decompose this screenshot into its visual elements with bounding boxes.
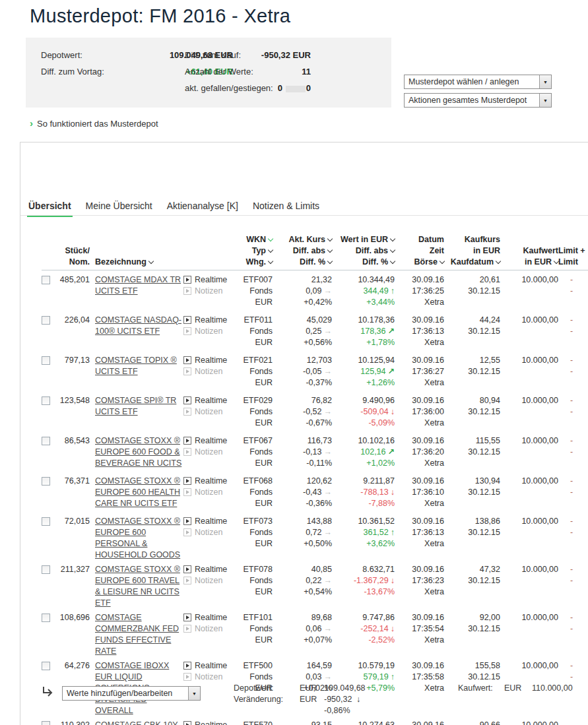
dropdown-arrow-icon[interactable]: ▼ xyxy=(539,94,551,107)
footer-veraenderung-currency: EUR xyxy=(300,695,317,704)
column-header-label: in EUR xyxy=(525,257,552,267)
realtime-link[interactable]: Realtime xyxy=(183,274,232,286)
wert-value: 9.211,87 xyxy=(332,476,395,487)
notizen-link[interactable]: Notizen xyxy=(183,623,232,635)
wert-value: 9.490,96 xyxy=(332,395,395,406)
kaufwert-value: 10.000,00 xyxy=(500,612,558,657)
position-name-link[interactable]: COMSTAGE NASDAQ-100® UCITS ETF xyxy=(95,315,181,336)
row-checkbox[interactable] xyxy=(42,614,50,622)
boerse-value: Xetra xyxy=(395,586,444,598)
realtime-link[interactable]: Realtime xyxy=(183,564,232,575)
limit-minus-value: - xyxy=(570,326,588,337)
column-header[interactable]: Wert in EURDiff. absDiff. % xyxy=(332,234,395,268)
position-name-link[interactable]: COMSTAGE COMMERZBANK FED FUNDS EFFECTIVE… xyxy=(95,613,179,656)
column-header[interactable]: DatumZeitBörse xyxy=(395,234,444,268)
realtime-link[interactable]: Realtime xyxy=(183,315,232,326)
notizen-link[interactable]: Notizen xyxy=(183,326,232,337)
tab-notizen-limits[interactable]: Notizen & Limits xyxy=(251,198,321,216)
wkn-value: ETF067 xyxy=(232,435,273,447)
row-checkbox[interactable] xyxy=(42,721,50,725)
tab-meine-übersicht[interactable]: Meine Übersicht xyxy=(84,198,154,216)
kaufkurs-cell: 138,8630.12.15 xyxy=(444,516,500,561)
depotwert-label: Depotwert: xyxy=(41,50,82,60)
wert-diff-percent: +3,44% xyxy=(332,297,395,308)
kurs-diff-value: 0,22 xyxy=(306,576,321,585)
tab-aktienanalyse-k-[interactable]: Aktienanalyse [K] xyxy=(166,198,240,216)
row-checkbox[interactable] xyxy=(42,276,50,284)
column-header[interactable]: Akt. KursDiff. absDiff. % xyxy=(273,234,332,268)
notizen-link[interactable]: Notizen xyxy=(183,406,232,418)
footer-kaufwert-value: 110.000,00 xyxy=(532,683,573,693)
wert-value: 8.632,71 xyxy=(332,564,395,575)
position-name-link[interactable]: COMSTAGE CBK 10Y US-TREASURY FUTURE TR U… xyxy=(95,720,178,725)
realtime-link[interactable]: Realtime xyxy=(183,612,232,623)
position-name-link[interactable]: COMSTAGE STOXX ® EUROPE 600 TRAVEL & LEI… xyxy=(95,565,180,608)
kaufkurs-value: 80,94 xyxy=(444,395,500,406)
column-header[interactable] xyxy=(182,234,232,268)
help-link[interactable]: ›So funktioniert das Musterdepot xyxy=(30,117,158,129)
kurs-value: 93,15 xyxy=(273,720,332,725)
wert-cell: 9.747,86-252,14↓-2,52% xyxy=(332,612,395,657)
position-name-link[interactable]: COMSTAGE MDAX TR UCITS ETF xyxy=(95,275,181,296)
notizen-link[interactable]: Notizen xyxy=(183,366,232,377)
musterdepot-select[interactable]: Musterdepot wählen / anlegen ▼ xyxy=(404,75,552,89)
realtime-link[interactable]: Realtime xyxy=(183,395,232,406)
row-checkbox[interactable] xyxy=(42,437,50,445)
position-name-link[interactable]: COMSTAGE SPI® TR UCITS ETF xyxy=(95,396,176,416)
position-name-link[interactable]: COMSTAGE STOXX ® EUROPE 600 FOOD & BEVER… xyxy=(95,436,181,468)
position-name-link[interactable]: COMSTAGE STOXX ® EUROPE 600 PERSONAL & H… xyxy=(95,517,180,559)
realtime-link[interactable]: Realtime xyxy=(183,720,232,725)
aktionen-select[interactable]: Aktionen gesamtes Musterdepot ▼ xyxy=(404,93,552,108)
row-checkbox[interactable] xyxy=(42,517,50,526)
notizen-link[interactable]: Notizen xyxy=(183,487,232,498)
wert-diff: 125,94↗ xyxy=(332,366,395,377)
notizen-link[interactable]: Notizen xyxy=(183,575,232,586)
boerse-value: Xetra xyxy=(395,418,444,429)
werte-hinzufuegen-select[interactable]: Werte hinzufügen/bearbeiten ▼ xyxy=(62,686,201,701)
zeit-value: 17:36:10 xyxy=(395,487,444,498)
column-header[interactable]: Stück/Nom. xyxy=(42,234,90,268)
links-cell: RealtimeNotizen xyxy=(182,476,232,513)
row-checkbox[interactable] xyxy=(42,565,50,574)
kaufkurs-value: 90,66 xyxy=(444,720,500,725)
row-checkbox[interactable] xyxy=(42,316,50,325)
dropdown-arrow-icon[interactable]: ▼ xyxy=(539,75,551,88)
position-name-link[interactable]: COMSTAGE TOPIX ® UCITS ETF xyxy=(95,356,177,376)
column-header[interactable]: WKNTypWhg. xyxy=(232,234,273,268)
realtime-link[interactable]: Realtime xyxy=(183,435,232,447)
notizen-link[interactable]: Notizen xyxy=(183,527,232,538)
zeit-value: 17:36:20 xyxy=(395,447,444,458)
position-name-link[interactable]: COMSTAGE STOXX ® EUROPE 600 HEALTH CARE … xyxy=(95,476,180,508)
notizen-label: Notizen xyxy=(195,624,222,633)
realtime-link[interactable]: Realtime xyxy=(183,476,232,487)
notizen-link[interactable]: Notizen xyxy=(183,286,232,297)
realtime-link[interactable]: Realtime xyxy=(183,355,232,366)
limit-cell: -- xyxy=(558,612,588,657)
column-header[interactable]: Kaufkursin EURKaufdatum xyxy=(444,234,500,268)
realtime-link[interactable]: Realtime xyxy=(183,660,232,672)
realtime-link[interactable]: Realtime xyxy=(183,516,232,527)
column-header[interactable]: Kaufwertin EUR xyxy=(500,234,558,268)
dropdown-arrow-icon[interactable]: ▼ xyxy=(188,687,200,700)
typ-value: Fonds xyxy=(232,487,273,498)
datum-value: 30.09.16 xyxy=(395,315,444,326)
row-checkbox[interactable] xyxy=(42,477,50,486)
row-checkbox[interactable] xyxy=(42,662,50,670)
wert-diff: 344,49↑ xyxy=(332,286,395,297)
limit-minus-value: - xyxy=(570,527,588,538)
column-header[interactable]: Limit +Limit xyxy=(558,234,588,268)
notizen-link[interactable]: Notizen xyxy=(183,447,232,458)
notizen-link[interactable]: Notizen xyxy=(183,672,232,683)
limit-cell: -- xyxy=(558,274,588,311)
tab-übersicht[interactable]: Übersicht xyxy=(27,198,73,216)
row-checkbox[interactable] xyxy=(42,396,50,405)
arrow-right-box-icon xyxy=(183,396,191,404)
wert-diff-value: -509,04 xyxy=(360,407,388,416)
row-checkbox[interactable] xyxy=(42,356,50,365)
wert-value: 10.361,52 xyxy=(332,516,395,527)
bezeichnung-cell: COMSTAGE STOXX ® EUROPE 600 TRAVEL & LEI… xyxy=(90,564,182,609)
wkn-value: ETF068 xyxy=(232,476,273,487)
column-header[interactable]: Bezeichnung xyxy=(90,234,182,268)
wert-value: 10.125,94 xyxy=(332,355,395,366)
tab-label: Meine Übersicht xyxy=(86,201,152,211)
